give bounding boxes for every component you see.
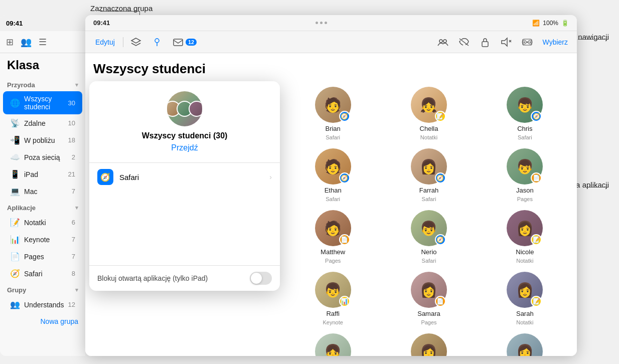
student-card-farrah[interactable]: 👩 🧭 Farrah Safari xyxy=(385,148,473,202)
sidebar-item-w-poblizu[interactable]: 📲 W pobliżu 18 xyxy=(3,132,82,148)
sidebar-item-poza-siecia[interactable]: ☁️ Poza siecią 2 xyxy=(3,149,82,165)
student-card-jason[interactable]: 👦 📄 Jason Pages xyxy=(481,148,569,202)
student-name-ethan: Ethan xyxy=(325,187,342,194)
more-button[interactable] xyxy=(519,35,536,50)
mute-icon xyxy=(501,37,512,48)
student-card-matthew[interactable]: 🧑 📄 Matthew Pages xyxy=(289,210,377,264)
student-card-tammy[interactable]: 👩 🧭 Tammy Safari xyxy=(385,333,473,356)
student-card-nerio[interactable]: 👦 🧭 Nerio Safari xyxy=(385,210,473,264)
popup-safari-item[interactable]: 🧭 Safari › xyxy=(89,163,280,191)
pin-button[interactable] xyxy=(148,35,166,50)
status-bar: 09:41 📶 100% 🔋 xyxy=(85,15,577,31)
status-time: 09:41 xyxy=(93,19,110,27)
sidebar-item-zdalne[interactable]: 📡 Zdalne 10 xyxy=(3,115,82,131)
student-card-nicole[interactable]: 👩 📝 Nicole Notatki xyxy=(481,210,569,264)
student-card-chella[interactable]: 👧 📝 Chella Notatki xyxy=(385,87,473,140)
section-przyroda-label: Przyroda xyxy=(7,81,35,89)
envelope-icon xyxy=(173,37,184,48)
list-view-icon[interactable]: ☰ xyxy=(37,35,49,50)
ipad-icon: 📱 xyxy=(10,169,20,179)
chevron-aplikacje: ▾ xyxy=(75,205,78,211)
avatar-wrap-sue: 👧 🧭 xyxy=(315,333,351,356)
svg-point-10 xyxy=(523,41,525,43)
popup-safari-icon: 🧭 xyxy=(97,169,113,185)
sidebar-item-pages[interactable]: 📄 Pages 7 xyxy=(3,248,82,265)
popup-footer-label: Blokuj otwartą aplikację (tylko iPad) xyxy=(97,274,208,282)
sidebar-title: Klasa xyxy=(0,56,85,77)
edit-button[interactable]: Edytuj xyxy=(91,36,119,48)
student-card-raffi[interactable]: 👦 📊 Raffi Keynote xyxy=(289,272,377,325)
student-card-samara[interactable]: 👩 📄 Samara Pages xyxy=(385,272,473,325)
understands-count: 12 xyxy=(68,301,75,308)
badge-sarah: 📝 xyxy=(531,296,542,307)
student-card-sue[interactable]: 👧 🧭 Sue Safari xyxy=(289,333,377,356)
sidebar-item-understands[interactable]: 👥 Understands 12 xyxy=(3,296,82,313)
avatar-wrap-farrah: 👩 🧭 xyxy=(411,148,447,185)
svg-point-1 xyxy=(155,39,159,43)
student-card-vera[interactable]: 👩 ☁️ Vera Poza siecią xyxy=(481,333,569,356)
layers-button[interactable] xyxy=(127,35,144,50)
keynote-icon: 📊 xyxy=(10,235,20,244)
sidebar-item-ipad[interactable]: 📱 iPad 21 xyxy=(3,166,82,183)
sidebar-item-safari[interactable]: 🧭 Safari 8 xyxy=(3,265,82,282)
avatar-tammy: 👩 xyxy=(411,333,447,356)
student-card-chris[interactable]: 👦 🧭 Chris Safari xyxy=(481,87,569,140)
mute-button[interactable] xyxy=(498,35,515,50)
poza-label: Poza siecią xyxy=(24,153,68,161)
content-title: Wszyscy studenci xyxy=(93,61,569,77)
popup-safari-name: Safari xyxy=(119,173,263,181)
drag-handle-dots xyxy=(316,22,327,24)
chevron-przyroda: ▾ xyxy=(75,82,78,88)
student-card-ethan[interactable]: 🧑 🧭 Ethan Safari xyxy=(289,148,377,202)
popup-toggle[interactable] xyxy=(250,272,272,285)
group-icon[interactable]: 👥 xyxy=(19,35,34,50)
student-app-ethan: Safari xyxy=(326,196,340,202)
groups-button[interactable] xyxy=(434,35,451,50)
student-app-nicole: Notatki xyxy=(516,258,533,264)
messages-button[interactable]: 12 xyxy=(170,35,200,50)
sidebar-item-mac[interactable]: 💻 Mac 7 xyxy=(3,183,82,200)
sidebar-item-keynote[interactable]: 📊 Keynote 7 xyxy=(3,231,82,248)
understands-icon: 👥 xyxy=(10,300,20,309)
student-app-brian: Safari xyxy=(326,134,340,140)
ipad-count: 21 xyxy=(68,170,75,178)
avatar-wrap-chella: 👧 📝 xyxy=(411,87,447,123)
toolbar-left: 12 xyxy=(127,35,200,50)
annotation-line-zaznaczona-h xyxy=(100,11,140,12)
sidebar-item-wszyscy-studenci[interactable]: 🌐 Wszyscy studenci 30 xyxy=(3,91,82,114)
main-toolbar: Edytuj 12 xyxy=(85,31,577,53)
new-group-button[interactable]: Nowa grupa xyxy=(0,313,85,329)
safari-label: Safari xyxy=(24,270,68,278)
keynote-label: Keynote xyxy=(24,236,68,244)
sidebar-item-notatki[interactable]: 📝 Notatki 6 xyxy=(3,214,82,231)
section-aplikacje[interactable]: Aplikacje ▾ xyxy=(0,200,85,214)
ipad-label: iPad xyxy=(24,170,64,178)
svg-point-4 xyxy=(439,40,442,43)
sidebar-view-icon[interactable]: ⊞ xyxy=(4,35,16,50)
avatar-wrap-nerio: 👦 🧭 xyxy=(411,210,447,246)
section-grupy[interactable]: Grupy ▾ xyxy=(0,282,85,296)
badge-farrah: 🧭 xyxy=(435,172,446,184)
pages-icon: 📄 xyxy=(10,252,20,261)
svg-rect-6 xyxy=(482,42,488,47)
more-icon xyxy=(522,37,533,48)
main-app-container: 09:41 📶 100% 🔋 Edytuj xyxy=(85,15,577,356)
badge-ethan: 🧭 xyxy=(339,172,350,184)
section-przyroda[interactable]: Przyroda ▾ xyxy=(0,77,85,91)
eye-off-button[interactable] xyxy=(455,35,473,50)
student-name-matthew: Matthew xyxy=(321,248,345,256)
svg-marker-0 xyxy=(131,38,140,43)
student-card-sarah[interactable]: 👩 📝 Sarah Notatki xyxy=(481,272,569,325)
groups-icon xyxy=(437,37,448,48)
student-card-brian[interactable]: 🧑 🧭 Brian Safari xyxy=(289,87,377,140)
student-app-chris: Safari xyxy=(518,134,532,140)
badge-raffi: 📊 xyxy=(339,296,350,307)
popup-empty-space xyxy=(89,195,280,265)
avatar-wrap-samara: 👩 📄 xyxy=(411,272,447,308)
popup-go-button[interactable]: Przejdź xyxy=(171,141,198,154)
select-button[interactable]: Wybierz xyxy=(540,36,571,48)
lock-button[interactable] xyxy=(477,35,494,50)
keynote-count: 7 xyxy=(72,236,75,243)
left-sidebar-panel: 09:41 ⊞ 👥 ☰ Klasa Przyroda ▾ 🌐 Wszyscy s… xyxy=(0,15,85,356)
messages-badge: 12 xyxy=(186,39,197,46)
